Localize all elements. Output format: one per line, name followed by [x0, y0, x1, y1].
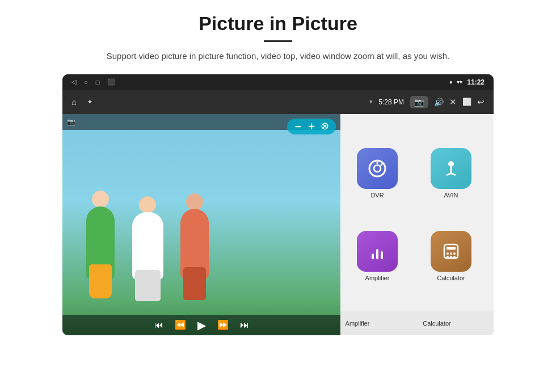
avin-icon[interactable]	[431, 148, 471, 189]
calculator-icon[interactable]	[431, 231, 471, 272]
back-icon[interactable]: ◁	[71, 78, 76, 86]
svg-line-3	[381, 163, 383, 166]
volume-icon[interactable]: 🔊	[434, 98, 444, 107]
svg-point-15	[450, 256, 452, 258]
home-toolbar-icon[interactable]: ⌂	[71, 97, 77, 107]
pip-icon[interactable]: ⬜	[462, 98, 471, 106]
device-frame: ◁ ○ □ ⬛ ♦ ▾▾ 11:22 ⌂ ✦ ▾ 5:28 PM 📷 🔊	[62, 74, 494, 335]
page-description: Support video picture in picture functio…	[107, 50, 449, 63]
toolbar-left: ⌂ ✦	[71, 97, 93, 107]
dvr-label: DVR	[370, 192, 384, 199]
svg-point-4	[448, 161, 454, 167]
home-icon[interactable]: ○	[84, 79, 88, 86]
status-bar: ◁ ○ □ ⬛ ♦ ▾▾ 11:22	[62, 74, 494, 90]
svg-rect-10	[447, 247, 456, 250]
app-amplifier[interactable]: Amplifier	[340, 202, 414, 285]
wifi-toolbar-icon: ▾	[369, 98, 373, 106]
video-scene	[62, 114, 340, 335]
amplifier-icon[interactable]	[357, 231, 398, 272]
calculator-label: Calculator	[437, 275, 465, 281]
recents-icon[interactable]: □	[96, 79, 100, 86]
location-icon: ♦	[449, 79, 452, 85]
back-toolbar-icon[interactable]: ↩	[477, 97, 485, 107]
pip-camera-icon: 📷	[67, 118, 75, 126]
app-grid: DVR AVIN	[335, 114, 494, 335]
status-bar-left: ◁ ○ □ ⬛	[71, 78, 115, 86]
app-avin[interactable]: AVIN	[414, 120, 488, 203]
status-time: 11:22	[467, 78, 485, 86]
wifi-icon: ▾▾	[457, 79, 462, 85]
svg-rect-7	[376, 249, 378, 259]
title-divider	[264, 40, 292, 42]
rewind-btn[interactable]: ⏪	[175, 319, 186, 330]
svg-point-12	[450, 252, 452, 255]
video-controls: ⏮ ⏪ ▶ ⏩ ⏭	[62, 315, 340, 335]
pip-close-btn[interactable]: ⊗	[319, 121, 330, 132]
app-calculator[interactable]: Calculator	[414, 202, 488, 285]
skip-back-btn[interactable]: ⏮	[154, 320, 163, 330]
status-bar-right: ♦ ▾▾ 11:22	[449, 78, 485, 86]
usb-icon[interactable]: ✦	[87, 98, 93, 106]
pip-video[interactable]: 📷 − + ⊗	[62, 114, 340, 335]
video-background	[62, 114, 340, 335]
play-btn[interactable]: ▶	[197, 318, 206, 332]
main-content: ○ 📷 − + ⊗	[62, 114, 494, 335]
page-title: Picture in Picture	[199, 12, 357, 35]
pip-controls[interactable]: − + ⊗	[287, 119, 336, 134]
svg-point-13	[453, 252, 456, 255]
svg-point-14	[447, 256, 449, 258]
pip-header-left: 📷	[67, 118, 75, 126]
app-toolbar: ⌂ ✦ ▾ 5:28 PM 📷 🔊 ✕ ⬜ ↩	[62, 90, 494, 114]
pip-minus-btn[interactable]: −	[293, 121, 304, 132]
svg-point-11	[447, 252, 449, 255]
svg-rect-8	[381, 251, 383, 259]
skip-forward-btn[interactable]: ⏭	[240, 320, 249, 330]
svg-point-16	[453, 256, 456, 258]
camera-button[interactable]: 📷	[410, 96, 428, 108]
screenshot-icon[interactable]: ⬛	[107, 78, 115, 86]
close-icon[interactable]: ✕	[449, 97, 457, 107]
toolbar-time: 5:28 PM	[378, 98, 404, 106]
dvr-icon[interactable]	[357, 148, 398, 189]
svg-point-1	[374, 165, 381, 172]
amplifier-label: Amplifier	[365, 275, 390, 281]
toolbar-right: ▾ 5:28 PM 📷 🔊 ✕ ⬜ ↩	[369, 96, 485, 108]
svg-rect-6	[372, 254, 374, 259]
app-dvr[interactable]: DVR	[340, 120, 414, 203]
page-container: Picture in Picture Support video picture…	[0, 0, 556, 392]
fast-forward-btn[interactable]: ⏩	[217, 319, 229, 330]
pip-plus-btn[interactable]: +	[306, 121, 317, 132]
avin-label: AVIN	[444, 192, 458, 199]
bottom-calculator: Calculator	[397, 320, 477, 327]
